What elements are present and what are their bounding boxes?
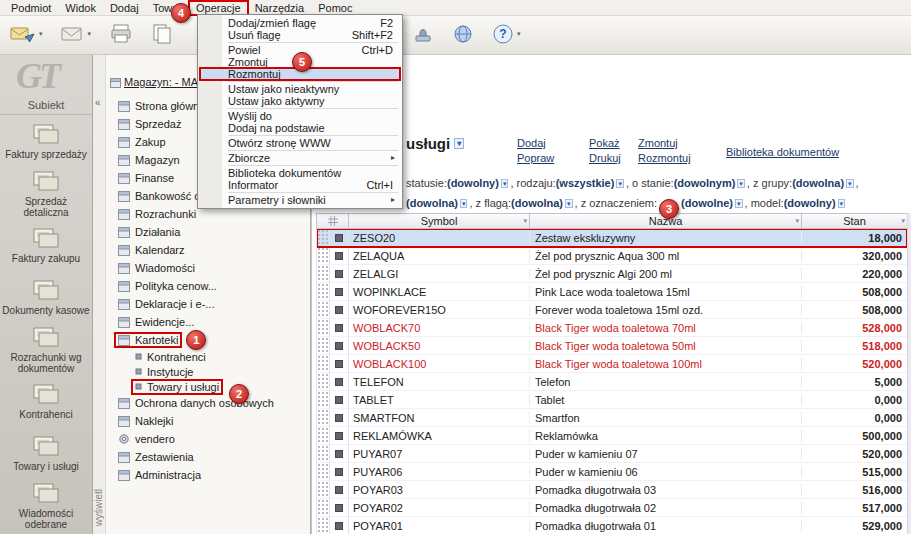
dropdown-caret-icon[interactable]: ▾ [517, 30, 521, 38]
tree-item-deklaracje-i-e[interactable]: Deklaracje i e-... [106, 295, 310, 313]
shortcut-towary-i-us-ugi[interactable]: Towary i usługi [0, 427, 92, 479]
tree-item-towary-i-us-ugi[interactable]: Towary i usługi2 [106, 379, 310, 394]
product-row-poyar01[interactable]: POYAR01Pomadka długotrwała 01529,000 [317, 517, 907, 534]
action-zmontuj[interactable]: Zmontuj [638, 137, 691, 149]
dropdown-caret-icon[interactable]: ▾ [39, 30, 43, 38]
filter-caret-icon[interactable]: ▾ [737, 179, 745, 188]
filter-value-z-flag[interactable]: (dowolna) [511, 197, 563, 209]
action-dodaj[interactable]: Dodaj [517, 137, 554, 149]
operacje-menu-item-zmontuj[interactable]: Zmontuj5 [200, 56, 400, 68]
filter-value-statusie[interactable]: (dowolny) [447, 177, 499, 189]
filter-value-o-stanie[interactable]: (dowolnym) [674, 177, 736, 189]
shortcut-dokumenty-kasowe[interactable]: Dokumenty kasowe [0, 271, 92, 323]
product-row-wopinklace[interactable]: WOPINKLACEPink Lace woda toaletowa 15ml5… [317, 283, 907, 301]
filter-value-z-grupy[interactable]: (dowolna) [792, 177, 844, 189]
collapse-chevron-icon[interactable]: « [95, 97, 101, 108]
operacje-menu-item-otw-rz-stron-www[interactable]: Otwórz stronę WWW [200, 137, 400, 149]
product-row-reklam-wka[interactable]: REKLAMÓWKAReklamówka500,000 [317, 427, 907, 445]
shortcut-rozrachunki-wg-dokument-w[interactable]: Rozrachunki wg dokumentów [0, 323, 92, 375]
product-row-woblack50[interactable]: WOBLACK50Black Tiger woda toaletowa 50ml… [317, 337, 907, 355]
column-filter-caret-icon[interactable]: ▾ [901, 217, 905, 225]
column-filter-caret-icon[interactable]: ▾ [795, 217, 799, 225]
product-row-zeso20[interactable]: ZESO20Zestaw ekskluzywny18,000 [317, 229, 907, 247]
filter-caret-icon[interactable]: ▾ [735, 199, 743, 208]
row-drag-handle[interactable] [317, 517, 330, 534]
globe-icon[interactable] [450, 21, 476, 47]
row-drag-handle[interactable] [317, 247, 330, 264]
tree-item-administracja[interactable]: Administracja [106, 466, 310, 484]
product-row-poyar03[interactable]: POYAR03Pomadka długotrwała 03516,000 [317, 481, 907, 499]
row-drag-handle[interactable] [317, 337, 330, 354]
tree-item-vendero[interactable]: vendero [106, 430, 310, 448]
filter-caret-icon[interactable]: ▾ [565, 199, 573, 208]
product-row-zelaqua[interactable]: ZELAQUAŻel pod prysznic Aqua 300 ml320,0… [317, 247, 907, 265]
action-popraw[interactable]: Popraw [517, 152, 554, 164]
title-dropdown-caret-icon[interactable]: ▾ [454, 138, 464, 149]
filter-value-rodzaju[interactable]: (wszystkie) [556, 177, 615, 189]
filter-caret-icon[interactable]: ▾ [846, 179, 854, 188]
row-drag-handle[interactable] [317, 499, 330, 516]
tree-item-polityka-cenow[interactable]: Polityka cenow... [106, 277, 310, 295]
operacje-menu-item-informator[interactable]: InformatorCtrl+I [200, 179, 400, 191]
tree-item-wiadomo-ci[interactable]: Wiadomości [106, 259, 310, 277]
action-drukuj[interactable]: Drukuj [589, 152, 621, 164]
print-icon[interactable] [107, 21, 135, 47]
product-row-smartfon[interactable]: SMARTFONSmartfon0,000 [317, 409, 907, 427]
column-header-symbol[interactable]: Symbol▾ [349, 214, 530, 228]
product-row-woblack70[interactable]: WOBLACK70Black Tiger woda toaletowa 70ml… [317, 319, 907, 337]
operacje-menu-item-dodaj-na-podstawie[interactable]: Dodaj na podstawie [200, 122, 400, 134]
tree-item-dzia-ania[interactable]: Działania [106, 223, 310, 241]
filter-caret-icon[interactable]: ▾ [616, 179, 624, 188]
row-drag-handle[interactable] [317, 427, 330, 444]
product-row-puyar06[interactable]: PUYAR06Puder w kamieniu 06515,000 [317, 463, 907, 481]
operacje-menu-item-biblioteka-dokument-w[interactable]: Biblioteka dokumentów [200, 167, 400, 179]
warehouse-selector[interactable]: Magazyn: - MAG [124, 76, 207, 88]
shortcut-wiadomo-ci-odebrane[interactable]: Wiadomości odebrane [0, 479, 92, 531]
row-drag-handle[interactable] [317, 355, 330, 372]
menu-item-narz-dzia[interactable]: Narzędzia [248, 1, 312, 15]
tree-item-kontrahenci[interactable]: Kontrahenci [106, 349, 310, 364]
shortcut-kontrahenci[interactable]: Kontrahenci [0, 375, 92, 427]
operacje-menu-item-ustaw-jako-nieaktywny[interactable]: Ustaw jako nieaktywny [200, 83, 400, 95]
row-drag-handle[interactable] [317, 445, 330, 462]
row-drag-handle[interactable] [317, 409, 330, 426]
menu-item-dodaj[interactable]: Dodaj [103, 1, 146, 15]
shortcut-faktury-zakupu[interactable]: Faktury zakupu [0, 219, 92, 271]
row-drag-handle[interactable] [317, 373, 330, 390]
operacje-menu-item-wy-lij-do[interactable]: Wyślij do [200, 110, 400, 122]
tree-collapse-strip[interactable]: « wyświetl [93, 55, 106, 534]
mail-icon[interactable]: ▾ [59, 21, 94, 47]
row-drag-handle[interactable] [317, 283, 330, 300]
product-row-poyar02[interactable]: POYAR02Pomadka długotrwała 02517,000 [317, 499, 907, 517]
operacje-menu-item-ustaw-jako-aktywny[interactable]: Ustaw jako aktywny [200, 95, 400, 107]
action-rozmontuj[interactable]: Rozmontuj [638, 152, 691, 164]
help-icon[interactable]: ?▾ [490, 21, 523, 47]
filter-value-z-oznaczeniem[interactable]: (dowolne) [681, 197, 733, 209]
dropdown-caret-icon[interactable]: ▾ [88, 30, 92, 38]
operacje-menu-item-parametry-i-s-owniki[interactable]: Parametry i słowniki▸ [200, 194, 400, 206]
product-row-woblack100[interactable]: WOBLACK100Black Tiger woda toaletowa 100… [317, 355, 907, 373]
filter-value-pos0[interactable]: (dowolna) [406, 197, 458, 209]
row-drag-handle[interactable] [317, 301, 330, 318]
product-row-puyar07[interactable]: PUYAR07Puder w kamieniu 07520,000 [317, 445, 907, 463]
column-header-stan[interactable]: Stan▾ [802, 214, 907, 228]
row-drag-handle[interactable] [317, 481, 330, 498]
send-mail-icon[interactable]: ▾ [8, 21, 45, 47]
tree-item-zestawienia[interactable]: Zestawienia [106, 448, 310, 466]
column-filter-caret-icon[interactable]: ▾ [523, 217, 527, 225]
product-row-telefon[interactable]: TELEFONTelefon5,000 [317, 373, 907, 391]
tree-item-ewidencje[interactable]: Ewidencje... [106, 313, 310, 331]
shortcut-faktury-sprzeda-y[interactable]: Faktury sprzedaży [0, 115, 92, 167]
operacje-menu-item-zbiorcze[interactable]: Zbiorcze▸ [200, 152, 400, 164]
row-drag-handle[interactable] [317, 265, 330, 282]
action-biblioteka-dokument-w[interactable]: Biblioteka dokumentów [726, 146, 839, 158]
product-row-woforever15o[interactable]: WOFOREVER15OForever woda toaletowa 15ml … [317, 301, 907, 319]
menu-item-operacje[interactable]: Operacje [189, 1, 248, 15]
row-drag-handle[interactable] [317, 391, 330, 408]
list-title[interactable]: usługi▾ [406, 135, 464, 152]
stamp-icon[interactable] [410, 21, 436, 47]
tree-item-instytucje[interactable]: Instytucje [106, 364, 310, 379]
copy-icon[interactable] [149, 21, 175, 47]
menu-item-podmiot[interactable]: Podmiot [4, 1, 58, 15]
filter-caret-icon[interactable]: ▾ [501, 179, 509, 188]
